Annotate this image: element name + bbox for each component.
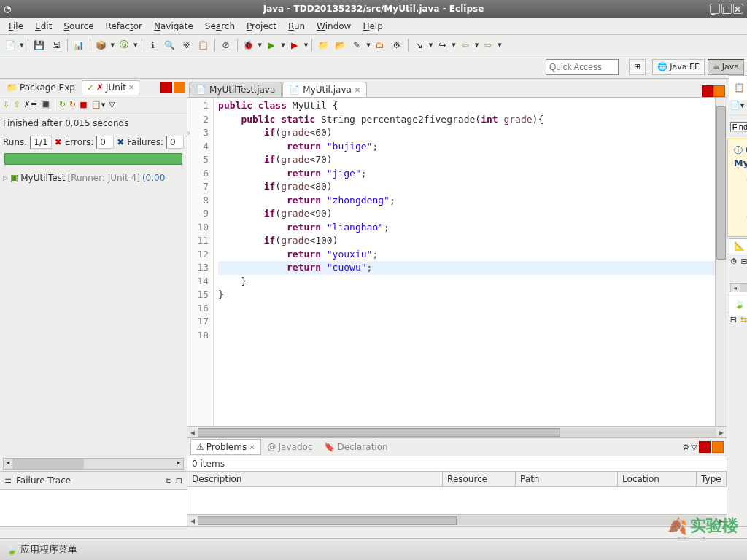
save-button[interactable]: 💾 [32, 38, 47, 52]
open-perspective-button[interactable]: ⊞ [629, 59, 646, 75]
expand-icon[interactable]: ▷ [3, 174, 8, 182]
show-failures-icon[interactable]: ✗≡ [23, 100, 36, 109]
run-last-button[interactable]: ▶ [287, 38, 302, 52]
close-icon[interactable]: ✕ [355, 86, 360, 94]
menu-window[interactable]: Window [311, 19, 357, 34]
watermark: 🍂 实验楼 shiyanlou.com [667, 515, 738, 537]
new-button[interactable]: 📄 [3, 38, 18, 52]
next-failure-icon[interactable]: ⇩ [3, 100, 9, 109]
back-button[interactable]: ⇦ [458, 38, 473, 52]
pin-button[interactable]: ✎ [349, 38, 364, 52]
code-editor[interactable]: 123456789101112131415161718 public class… [187, 98, 727, 426]
tab-spring-explorer[interactable]: 🍃 Spring Expl ✕ [729, 292, 747, 316]
focus-icon[interactable]: ⚙ [730, 257, 738, 266]
forward-button[interactable]: ⇨ [481, 38, 495, 52]
task-button[interactable]: 📋 [196, 38, 211, 52]
save-all-button[interactable]: 🖫 [49, 38, 63, 52]
collapse-icon[interactable]: ⊟ [730, 315, 737, 324]
menu-run[interactable]: Run [282, 19, 311, 34]
col-type[interactable]: Type [697, 472, 727, 486]
view-menu-icon[interactable]: ▽ [691, 443, 697, 452]
tab-junit[interactable]: ✓✗ JUnit ✕ [82, 80, 139, 95]
col-resource[interactable]: Resource [443, 472, 516, 486]
menu-file[interactable]: File [3, 19, 29, 34]
find-input[interactable] [730, 122, 747, 132]
stop-icon[interactable]: ■ [80, 100, 87, 109]
window-maximize-button[interactable]: ▢ [721, 4, 732, 14]
col-path[interactable]: Path [516, 472, 618, 486]
close-icon[interactable]: ✕ [128, 83, 134, 91]
menu-edit[interactable]: Edit [29, 19, 58, 34]
editor-tab-myutiltest[interactable]: 📄 MyUtilTest.java [189, 82, 282, 97]
tab-task-list[interactable]: 📋 Task List ✕ [729, 75, 747, 100]
maximize-editor-button[interactable] [713, 85, 725, 97]
code-body[interactable]: public class MyUtil { public static Stri… [214, 98, 715, 426]
col-location[interactable]: Location [618, 472, 697, 486]
close-icon[interactable]: ✕ [249, 443, 255, 451]
search-button[interactable]: 🔍 [163, 38, 177, 52]
col-description[interactable]: Description [187, 472, 443, 486]
problems-hscroll[interactable]: ◂▸ [187, 514, 727, 526]
folder-button[interactable]: 🗀 [373, 38, 387, 52]
new-class-button[interactable]: Ⓖ [117, 38, 131, 52]
debug-button[interactable]: 🐞 [241, 38, 256, 52]
editor-hscroll[interactable]: ◂▸ [187, 426, 727, 438]
view-menu-icon[interactable]: ▽ [109, 100, 115, 109]
tab-package-explorer[interactable]: 📁 Package Exp [1, 80, 80, 95]
junit-counters: Runs: 1/1 ✖ Errors: 0 ✖ Failures: 0 [0, 133, 187, 152]
quick-access-input[interactable] [546, 59, 619, 75]
scroll-lock-icon[interactable]: 🔳 [41, 100, 51, 109]
compare-icon[interactable]: ≋ [165, 476, 171, 486]
maximize-view-button[interactable] [712, 441, 724, 453]
perspective-java-ee[interactable]: 🌐 Java EE [652, 59, 705, 75]
step-button[interactable]: ↘ [412, 38, 427, 52]
perspective-java[interactable]: ☕ Java [708, 59, 744, 75]
editor-tab-myutil[interactable]: 📄 MyUtil.java ✕ [282, 82, 367, 97]
sort-icon[interactable]: ⊟ [741, 257, 747, 266]
menu-search[interactable]: Search [199, 19, 241, 34]
new-task-icon[interactable]: 📄▾ [730, 101, 745, 110]
junit-tree-row[interactable]: ▷ ▣ MyUtilTest [Runner: JUnit 4] (0.00 [1, 172, 185, 184]
menu-help[interactable]: Help [357, 19, 388, 34]
open-project-button[interactable]: 📂 [333, 38, 347, 52]
leaf-icon: 🍃 [6, 544, 18, 555]
window-close-button[interactable]: ✕ [733, 4, 743, 14]
junit-hscroll[interactable]: ◂ ▸ [3, 458, 184, 470]
menu-refactor[interactable]: Refactor [100, 19, 148, 34]
rerun-failed-icon[interactable]: ↻ [69, 100, 76, 109]
run-button[interactable]: ▶ [264, 38, 279, 52]
tab-problems[interactable]: ⚠ Problems ✕ [190, 439, 260, 455]
find-button[interactable]: ※ [179, 38, 194, 52]
left-view-header: 📁 Package Exp ✓✗ JUnit ✕ [0, 79, 187, 96]
wand-button[interactable]: ℹ [146, 38, 160, 52]
history-icon[interactable]: 📋▾ [91, 100, 106, 109]
menu-navigate[interactable]: Navigate [148, 19, 199, 34]
open-type-button[interactable]: 📊 [71, 38, 86, 52]
skip-breakpoints-button[interactable]: ⊘ [219, 38, 233, 52]
new-package-button[interactable]: 📦 [94, 38, 109, 52]
menu-project[interactable]: Project [241, 19, 282, 34]
tab-declaration[interactable]: 🔖 Declaration [319, 440, 392, 454]
main-toolbar: 📄▾ 💾 🖫 📊 📦▾ Ⓖ▾ ℹ 🔍 ※ 📋 ⊘ 🐞▾ ▶▾ ▶▾ 📁 📂 ✎▾… [0, 35, 747, 55]
filter-icon[interactable]: ⊟ [176, 476, 182, 486]
minimize-editor-button[interactable] [702, 85, 713, 97]
app-menu-label[interactable]: 应用程序菜单 [20, 543, 77, 556]
next-annotation-button[interactable]: ↪ [435, 38, 449, 52]
rerun-test-icon[interactable]: ↻ [59, 100, 66, 109]
os-taskbar[interactable]: 🍃 应用程序菜单 [0, 538, 747, 560]
minimize-view-button[interactable] [699, 441, 711, 453]
settings-button[interactable]: ⚙ [390, 38, 404, 52]
junit-tree[interactable]: ▷ ▣ MyUtilTest [Runner: JUnit 4] (0.00 [0, 169, 187, 187]
tab-outline[interactable]: 📐 Outline ✕ [729, 238, 747, 253]
editor-vscroll[interactable] [715, 98, 727, 426]
new-project-button[interactable]: 📁 [316, 38, 330, 52]
minimize-view-button[interactable] [160, 82, 172, 93]
prev-failure-icon[interactable]: ⇧ [13, 100, 20, 109]
link-icon[interactable]: ⇆ [740, 315, 747, 324]
window-minimize-button[interactable]: _ [710, 4, 720, 14]
maximize-view-button[interactable] [174, 82, 185, 93]
tab-javadoc[interactable]: @ Javadoc [263, 440, 318, 454]
link-icon[interactable]: ⚙ [682, 443, 689, 452]
menu-source[interactable]: Source [58, 19, 99, 34]
right-panel: 📋 Task List ✕ 📄▾ 📊 🔗 ◎ ▽ 👤 ▸ All ▸ Acti.… [727, 79, 747, 526]
